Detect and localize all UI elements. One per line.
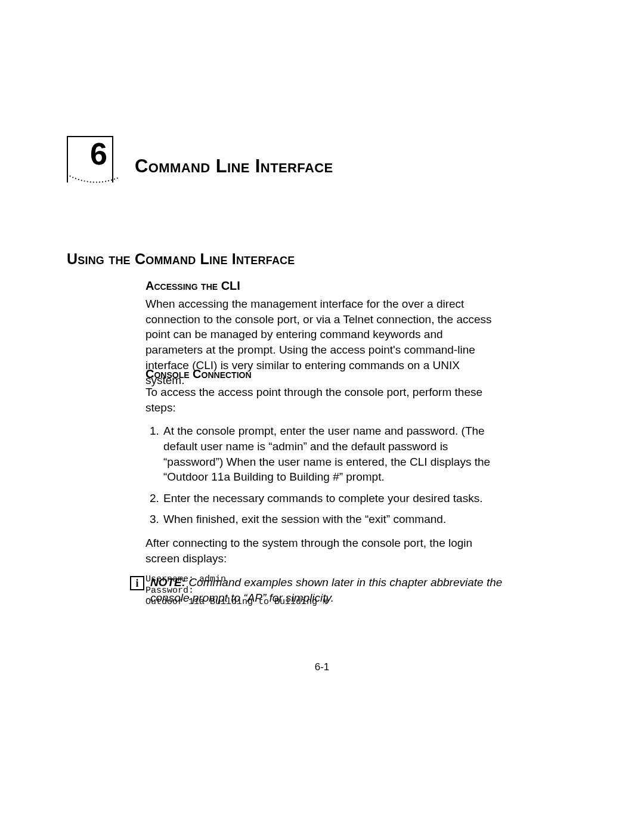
chapter-number-box: 6 (67, 136, 113, 182)
step-item: When finished, exit the session with the… (162, 512, 501, 527)
note: i NOTE: Command examples shown later in … (130, 575, 503, 605)
chapter-title: Command Line Interface (135, 154, 333, 179)
step-item: Enter the necessary commands to complete… (162, 491, 501, 506)
subsection-title-console: Console Connection (145, 366, 501, 382)
chapter-number: 6 (90, 138, 107, 169)
note-body: Command examples shown later in this cha… (150, 576, 502, 604)
para-after: After connecting to the system through t… (145, 535, 501, 566)
para-console-intro: To access the access point through the c… (145, 385, 501, 415)
section-title: Using the Command Line Interface (67, 249, 295, 270)
note-text: NOTE: Command examples shown later in th… (150, 575, 503, 605)
note-label: NOTE: (150, 576, 185, 589)
page-number: 6-1 (0, 661, 644, 674)
step-item: At the console prompt, enter the user na… (162, 423, 501, 485)
info-icon: i (130, 576, 144, 590)
page: 6 Command Line Interface Using the Comma… (0, 0, 644, 833)
subsection-title-accessing: Accessing the CLI (145, 278, 501, 294)
steps-list: At the console prompt, enter the user na… (145, 423, 501, 527)
